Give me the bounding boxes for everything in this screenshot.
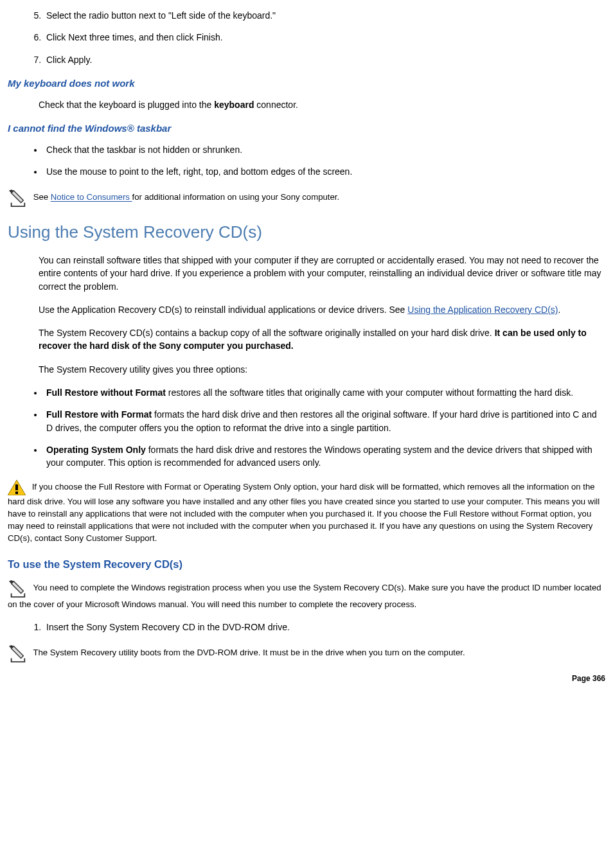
warning-icon [8, 480, 26, 495]
note-boot: The System Recovery utility boots from t… [8, 644, 605, 663]
note-boot-text: The System Recovery utility boots from t… [33, 648, 465, 658]
sysrec-p2-post: . [558, 305, 561, 315]
list-item: Use the mouse to point to the left, righ… [44, 165, 605, 178]
caution-text: If you choose the Full Restore with Form… [8, 482, 600, 543]
caution-block: If you choose the Full Restore with Form… [8, 480, 605, 545]
pencil-note-icon [8, 644, 27, 663]
heading-keyboard-not-work: My keyboard does not work [8, 76, 605, 91]
numbered-steps-touse: Insert the Sony System Recovery CD in th… [8, 621, 605, 633]
link-app-recovery[interactable]: Using the Application Recovery CD(s) [407, 305, 558, 315]
opt-text: restores all the software titles that or… [166, 387, 573, 398]
sysrec-p3-pre: The System Recovery CD(s) contains a bac… [39, 328, 495, 338]
sysrec-p4: The System Recovery utility gives you th… [39, 363, 605, 376]
step-insert-cd: Insert the Sony System Recovery CD in th… [44, 621, 605, 633]
notice-post: for additional information on using your… [132, 193, 340, 202]
opt-bold: Full Restore without Format [46, 387, 166, 398]
step-6: Click Next three times, and then click F… [44, 31, 605, 44]
notice-pre: See [33, 193, 51, 202]
step-7: Click Apply. [44, 53, 605, 66]
heading-taskbar: I cannot find the Windows® taskbar [8, 121, 605, 136]
note-registration-text: You need to complete the Windows registr… [8, 583, 601, 610]
sysrec-p2: Use the Application Recovery CD(s) to re… [39, 303, 605, 316]
opt-bold: Full Restore with Format [46, 409, 152, 420]
kb-paragraph: Check that the keyboard is plugged into … [39, 98, 605, 111]
sysrec-p2-pre: Use the Application Recovery CD(s) to re… [39, 305, 407, 315]
kb-text-post: connector. [254, 100, 298, 110]
heading-system-recovery: Using the System Recovery CD(s) [8, 220, 605, 245]
heading-to-use: To use the System Recovery CD(s) [8, 557, 605, 572]
list-item: Full Restore without Format restores all… [44, 386, 605, 399]
sysrec-p3: The System Recovery CD(s) contains a bac… [39, 326, 605, 353]
sysrec-p1: You can reinstall software titles that s… [39, 254, 605, 293]
pencil-note-icon [8, 579, 27, 598]
note-registration: You need to complete the Windows registr… [8, 579, 605, 610]
opt-bold: Operating System Only [46, 445, 146, 455]
list-item: Check that the taskbar is not hidden or … [44, 143, 605, 156]
step-5: Select the radio button next to "Left si… [44, 9, 605, 22]
recovery-options-list: Full Restore without Format restores all… [8, 386, 605, 469]
numbered-steps-top: Select the radio button next to "Left si… [8, 9, 605, 66]
kb-bold: keyboard [214, 100, 254, 110]
kb-text-pre: Check that the keyboard is plugged into … [39, 100, 214, 110]
pencil-note-icon [8, 188, 27, 208]
page-number: Page 366 [8, 673, 605, 684]
list-item: Full Restore with Format formats the har… [44, 408, 605, 434]
notice-link[interactable]: Notice to Consumers [51, 193, 132, 202]
taskbar-list: Check that the taskbar is not hidden or … [8, 143, 605, 179]
note-consumers: See Notice to Consumers for additional i… [8, 188, 605, 208]
list-item: Operating System Only formats the hard d… [44, 443, 605, 470]
